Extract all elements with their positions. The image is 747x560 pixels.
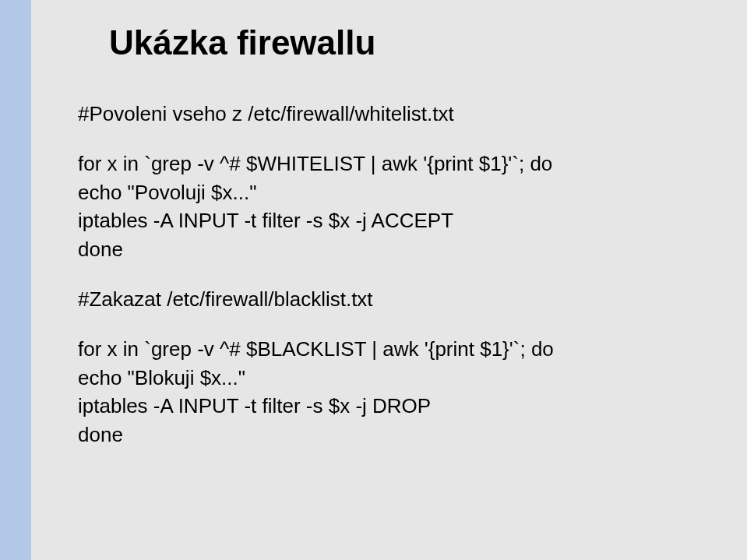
code-block: #Povoleni vseho z /etc/firewall/whitelis… [78,100,708,449]
code-line: iptables -A INPUT -t filter -s $x -j ACC… [78,206,708,234]
slide-title: Ukázka firewallu [109,23,708,62]
code-line: echo "Blokuji $x..." [78,364,708,392]
comment-whitelist: #Povoleni vseho z /etc/firewall/whitelis… [78,100,708,128]
code-line: for x in `grep -v ^# $WHITELIST | awk '{… [78,150,708,178]
code-line: done [78,421,708,449]
code-line: iptables -A INPUT -t filter -s $x -j DRO… [78,392,708,420]
sidebar-accent [0,0,31,560]
code-line: done [78,235,708,263]
comment-blacklist: #Zakazat /etc/firewall/blacklist.txt [78,285,708,313]
code-line: echo "Povoluji $x..." [78,178,708,206]
code-line: for x in `grep -v ^# $BLACKLIST | awk '{… [78,335,708,363]
whitelist-loop: for x in `grep -v ^# $WHITELIST | awk '{… [78,150,708,263]
slide-content: Ukázka firewallu #Povoleni vseho z /etc/… [31,0,747,560]
blacklist-loop: for x in `grep -v ^# $BLACKLIST | awk '{… [78,335,708,449]
